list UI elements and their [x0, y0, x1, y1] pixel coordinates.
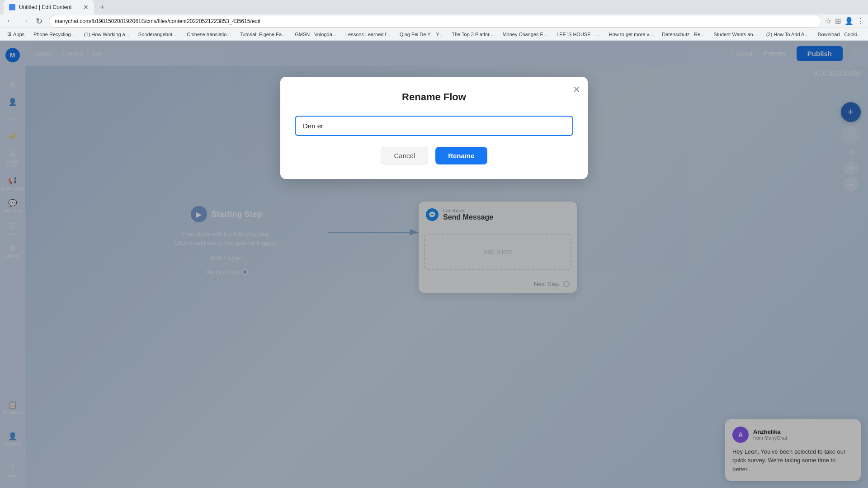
modal-overlay: ✕ Rename Flow Cancel Rename — [0, 41, 868, 488]
bookmark-7[interactable]: Lessons Learned f... — [342, 31, 394, 38]
bookmark-5[interactable]: Tutorial: Eigene Fa... — [236, 31, 290, 38]
bookmark-3[interactable]: Sonderangebot:... — [135, 31, 181, 38]
forward-button[interactable]: → — [18, 15, 31, 28]
rename-flow-input[interactable] — [295, 116, 573, 136]
address-input[interactable]: manychat.com/fb198150208192061B/cms/file… — [49, 15, 821, 28]
rename-button[interactable]: Rename — [435, 147, 487, 164]
profile-icon[interactable]: 👤 — [844, 17, 854, 25]
bookmark-16[interactable]: Download - Cooki... — [814, 31, 865, 38]
bookmarks-bar: ⊞ Apps Phone Recycling... (1) How Workin… — [0, 28, 868, 41]
menu-icon[interactable]: ⋮ — [857, 17, 864, 25]
bookmark-apps[interactable]: ⊞ Apps — [4, 30, 28, 38]
app-layout: M ⊞ 👤 ⋯ ⚡ ☰ Custom Fields 📢 Broadcasting — [0, 41, 868, 488]
url-text: manychat.com/fb198150208192061B/cms/file… — [55, 18, 260, 24]
bookmark-icon[interactable]: ☆ — [825, 17, 831, 25]
browser-chrome: Untitled | Edit Content ✕ + ← → ↻ manych… — [0, 0, 868, 28]
modal-title: Rename Flow — [295, 91, 573, 103]
tab-favicon — [9, 4, 15, 10]
extensions-icon[interactable]: ⊞ — [835, 17, 841, 25]
apps-icon: ⊞ — [7, 31, 11, 37]
bookmark-8[interactable]: Qing Fei De Yi - Y... — [396, 31, 447, 38]
bookmark-10[interactable]: Money Changes E... — [499, 31, 551, 38]
browser-tab[interactable]: Untitled | Edit Content ✕ — [4, 0, 94, 14]
bookmark-9[interactable]: The Top 3 Platfor... — [448, 31, 497, 38]
back-button[interactable]: ← — [4, 15, 16, 28]
bookmark-4[interactable]: Chinese translatio... — [183, 31, 234, 38]
bookmark-1[interactable]: Phone Recycling... — [30, 31, 79, 38]
rename-flow-modal: ✕ Rename Flow Cancel Rename — [280, 77, 588, 179]
bookmark-6[interactable]: GMSN - Vologda... — [291, 31, 340, 38]
cancel-button[interactable]: Cancel — [381, 147, 428, 164]
bookmark-12[interactable]: How to get more v... — [605, 31, 657, 38]
modal-actions: Cancel Rename — [295, 147, 573, 164]
bookmark-15[interactable]: (2) How To Add A... — [763, 31, 812, 38]
modal-close-button[interactable]: ✕ — [573, 84, 580, 95]
nav-buttons: ← → ↻ — [4, 15, 45, 28]
bookmark-11[interactable]: LEE 'S HOUSE—... — [553, 31, 604, 38]
address-bar: ← → ↻ manychat.com/fb198150208192061B/cm… — [0, 14, 868, 28]
tab-close-button[interactable]: ✕ — [83, 4, 89, 11]
new-tab-button[interactable]: + — [96, 1, 108, 14]
tab-bar: Untitled | Edit Content ✕ + — [0, 0, 868, 14]
bookmark-2[interactable]: (1) How Working a... — [80, 31, 133, 38]
reload-button[interactable]: ↻ — [33, 15, 45, 28]
bookmark-14[interactable]: Student Wants an... — [710, 31, 760, 38]
tab-title: Untitled | Edit Content — [19, 4, 72, 10]
browser-icons: ☆ ⊞ 👤 ⋮ — [825, 17, 864, 25]
bookmark-13[interactable]: Datenschutz - Re... — [658, 31, 708, 38]
